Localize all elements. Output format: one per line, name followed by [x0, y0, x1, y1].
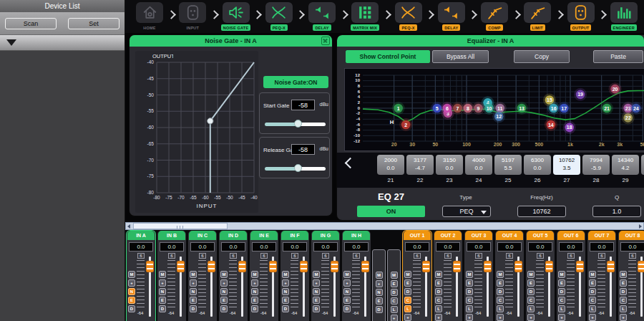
channel-button-m[interactable]: M: [220, 271, 228, 278]
eq-point-21[interactable]: 21: [600, 102, 613, 115]
channel-gain-value[interactable]: 0.0: [590, 242, 614, 251]
release-gate-slider-thumb[interactable]: [294, 164, 302, 172]
channel-button-e[interactable]: E: [190, 297, 197, 304]
channel-gain-value[interactable]: 0.0: [160, 242, 184, 251]
channel-button-m[interactable]: M: [466, 271, 473, 278]
channel-button-m[interactable]: M: [497, 271, 504, 278]
channel-button-e[interactable]: E: [251, 297, 258, 304]
scrollbar-left-arrow-icon[interactable]: [127, 224, 130, 229]
scrollbar-thumb[interactable]: [133, 223, 228, 229]
eq-point-24[interactable]: 24: [630, 102, 643, 115]
channel-button-e[interactable]: E: [128, 297, 135, 304]
eq-band-cell-26[interactable]: 63000.0: [524, 155, 551, 175]
channel-button-e[interactable]: E: [466, 279, 473, 287]
eq-band-cell-partial[interactable]: [641, 155, 644, 175]
master-button-+[interactable]: +: [391, 315, 398, 321]
start-gate-slider-thumb[interactable]: [294, 120, 302, 128]
fader-handle[interactable]: [300, 261, 308, 272]
eq-band-cell-28[interactable]: 7994-5.9: [582, 155, 610, 175]
close-icon[interactable]: [321, 37, 330, 45]
channel-button-e[interactable]: E: [558, 279, 565, 287]
start-gate-slider[interactable]: [265, 120, 326, 128]
fader-handle[interactable]: [422, 261, 430, 272]
master-button-e[interactable]: E: [376, 297, 383, 305]
channel-gain-value[interactable]: 0.0: [283, 242, 307, 251]
freq-input[interactable]: 10762: [517, 206, 566, 217]
channel-button-e[interactable]: E: [620, 279, 627, 287]
bypass-all-button[interactable]: Bypass All: [432, 50, 489, 63]
channel-button-e[interactable]: E: [404, 279, 411, 287]
channel-button-d[interactable]: D: [620, 288, 627, 295]
channel-button-c[interactable]: C: [404, 297, 411, 304]
channel-button-e[interactable]: E: [589, 279, 596, 287]
channel-gain-value[interactable]: 0.0: [436, 242, 460, 251]
channel-button-e[interactable]: E: [527, 279, 535, 287]
channel-button-m[interactable]: M: [343, 271, 351, 278]
channel-button-e[interactable]: E: [220, 297, 228, 304]
channel-header[interactable]: IN C: [189, 231, 216, 240]
master-button-n[interactable]: N: [376, 289, 383, 296]
channel-button-d[interactable]: D: [435, 288, 442, 295]
noise-gate-on-button[interactable]: Noise Gate:ON: [263, 76, 328, 88]
channel-button-m[interactable]: M: [159, 271, 166, 278]
fader-handle[interactable]: [331, 261, 338, 272]
fader-handle[interactable]: [545, 261, 553, 272]
channel-button-d[interactable]: D: [558, 288, 565, 295]
q-input[interactable]: 1.0: [592, 206, 641, 217]
master-button-l[interactable]: L: [391, 306, 398, 313]
channel-gain-value[interactable]: 0.0: [129, 242, 153, 251]
fader-handle[interactable]: [638, 261, 644, 272]
channel-button-m[interactable]: M: [282, 271, 289, 278]
channel-button-n[interactable]: N: [190, 288, 197, 295]
eq-point-20[interactable]: 20: [609, 82, 622, 95]
channel-button-d[interactable]: D: [497, 288, 504, 295]
eq-band-cell-25[interactable]: 51975.5: [494, 155, 522, 175]
channel-button-e[interactable]: E: [159, 297, 166, 304]
channel-gain-value[interactable]: 0.0: [528, 242, 552, 251]
channel-button-m[interactable]: M: [558, 271, 565, 278]
copy-button[interactable]: Copy: [514, 50, 570, 63]
fader-handle[interactable]: [269, 261, 277, 272]
fader-handle[interactable]: [238, 261, 246, 272]
chain-item-delay[interactable]: DELAY: [306, 2, 338, 31]
channel-gain-value[interactable]: 0.0: [559, 242, 583, 251]
channel-button-e[interactable]: E: [313, 297, 320, 304]
eq-point-13[interactable]: 13: [515, 102, 528, 115]
channel-header[interactable]: OUT 1: [404, 231, 431, 240]
channel-button-d[interactable]: D: [527, 288, 535, 295]
channel-gain-value[interactable]: 0.0: [190, 242, 215, 251]
chain-item-noise-gate[interactable]: NOISE GATE: [220, 2, 252, 31]
channel-button-n[interactable]: N: [282, 288, 289, 295]
channel-button-c[interactable]: C: [466, 297, 473, 304]
release-gate-slider[interactable]: [265, 164, 326, 173]
chain-item-peq-x[interactable]: PEQ-X: [393, 2, 424, 31]
eq-point-18[interactable]: 18: [563, 121, 576, 134]
channel-button-m[interactable]: M: [620, 271, 627, 278]
master-button-e[interactable]: E: [391, 280, 398, 287]
channel-button-m[interactable]: M: [435, 271, 442, 278]
master-button-m[interactable]: M: [391, 272, 398, 279]
channel-button-c[interactable]: C: [497, 297, 504, 304]
eq-point-1[interactable]: 1: [392, 102, 405, 115]
chain-item-matrix-mix[interactable]: MATRIX MIX: [349, 2, 381, 31]
eq-point-17[interactable]: 17: [557, 102, 570, 115]
master-button-m[interactable]: M: [376, 272, 383, 279]
chain-item-comp[interactable]: COMP: [479, 2, 510, 31]
paste-button[interactable]: Paste: [593, 50, 643, 63]
eq-band-cell-22[interactable]: 3177-4.7: [406, 155, 434, 175]
channel-button-d[interactable]: D: [404, 288, 411, 295]
channel-button-+[interactable]: +: [282, 279, 289, 287]
fader-handle[interactable]: [146, 261, 154, 272]
channel-gain-value[interactable]: 0.0: [405, 242, 429, 251]
channel-header[interactable]: OUT 6: [557, 231, 585, 240]
channel-header[interactable]: IN F: [281, 231, 308, 240]
start-gate-value[interactable]: -58: [291, 100, 315, 110]
set-button[interactable]: Set: [68, 18, 119, 29]
eq-band-cell-29[interactable]: 143404.2: [612, 155, 639, 175]
hpf-marker[interactable]: H: [390, 119, 394, 125]
channel-button-+[interactable]: +: [159, 279, 166, 287]
release-gate-value[interactable]: -58: [291, 144, 315, 155]
channel-header[interactable]: IN G: [312, 231, 339, 240]
channel-button-n[interactable]: N: [313, 288, 320, 295]
channel-gain-value[interactable]: 0.0: [344, 242, 369, 251]
